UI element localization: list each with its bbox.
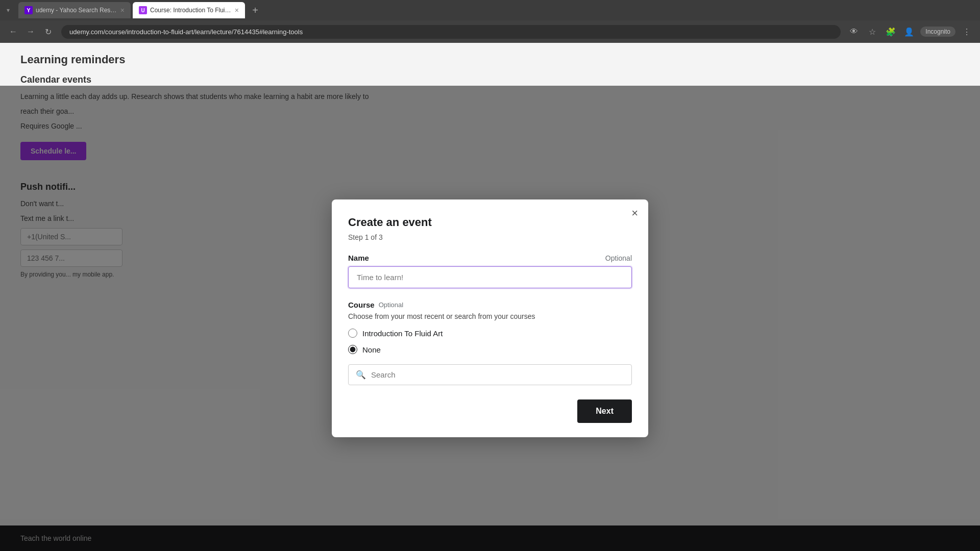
profile-icon[interactable]: 👤 xyxy=(902,24,916,39)
extensions-icon[interactable]: 🧩 xyxy=(884,24,898,39)
yahoo-favicon: Y xyxy=(24,6,33,14)
tab-udemy[interactable]: U Course: Introduction To Fluid A... × xyxy=(133,2,245,18)
url-bar[interactable]: udemy.com/course/introduction-to-fluid-a… xyxy=(61,25,841,39)
tab-expand-btn[interactable]: ▾ xyxy=(4,6,12,14)
next-button[interactable]: Next xyxy=(577,399,632,423)
course-search-box[interactable]: 🔍 xyxy=(348,364,632,385)
name-label: Name xyxy=(348,254,369,262)
url-text: udemy.com/course/introduction-to-fluid-a… xyxy=(69,28,303,36)
udemy-favicon: U xyxy=(139,6,147,14)
browser-actions: 👁 ☆ 🧩 👤 Incognito ⋮ xyxy=(847,24,974,39)
learning-reminders-title: Learning reminders xyxy=(20,53,960,66)
modal-step-indicator: Step 1 of 3 xyxy=(348,233,632,241)
address-bar: ← → ↻ udemy.com/course/introduction-to-f… xyxy=(0,20,980,43)
modal-overlay: × Create an event Step 1 of 3 Name Optio… xyxy=(0,86,980,551)
tab-yahoo[interactable]: Y udemy - Yahoo Search Results × xyxy=(18,2,131,18)
incognito-badge: Incognito xyxy=(920,27,955,37)
course-label: Course xyxy=(348,300,375,309)
radio-item-intro-fluid[interactable]: Introduction To Fluid Art xyxy=(348,329,632,338)
modal-close-button[interactable]: × xyxy=(631,208,638,219)
calendar-events-title: Calendar events xyxy=(20,74,960,85)
event-name-input[interactable] xyxy=(348,266,632,288)
search-icon: 🔍 xyxy=(356,370,366,380)
name-field-header: Name Optional xyxy=(348,254,632,262)
udemy-tab-title: Course: Introduction To Fluid A... xyxy=(150,7,232,14)
udemy-tab-close[interactable]: × xyxy=(235,6,239,14)
visibility-off-icon[interactable]: 👁 xyxy=(847,24,861,39)
nav-buttons: ← → ↻ xyxy=(6,24,55,39)
page-background: Learning reminders Calendar events Learn… xyxy=(0,43,980,551)
tab-controls: ▾ xyxy=(4,6,12,14)
back-button[interactable]: ← xyxy=(6,24,20,39)
radio-intro-fluid-art[interactable] xyxy=(348,329,357,338)
yahoo-tab-title: udemy - Yahoo Search Results xyxy=(36,7,117,14)
forward-button[interactable]: → xyxy=(23,24,38,39)
radio-item-none[interactable]: None xyxy=(348,345,632,354)
course-label-row: Course Optional xyxy=(348,300,632,309)
refresh-button[interactable]: ↻ xyxy=(41,24,55,39)
radio-none[interactable] xyxy=(348,345,357,354)
menu-button[interactable]: ⋮ xyxy=(960,24,974,39)
browser-chrome: ▾ Y udemy - Yahoo Search Results × U Cou… xyxy=(0,0,980,43)
modal-title: Create an event xyxy=(348,216,632,229)
course-search-input[interactable] xyxy=(371,370,624,379)
radio-none-label: None xyxy=(362,345,381,354)
modal-footer: Next xyxy=(348,399,632,423)
create-event-modal: × Create an event Step 1 of 3 Name Optio… xyxy=(332,199,648,437)
tab-bar: ▾ Y udemy - Yahoo Search Results × U Cou… xyxy=(0,0,980,20)
radio-intro-fluid-label: Introduction To Fluid Art xyxy=(362,329,443,338)
course-hint: Choose from your most recent or search f… xyxy=(348,312,632,320)
course-radio-group: Introduction To Fluid Art None xyxy=(348,329,632,354)
name-optional-label: Optional xyxy=(605,254,632,262)
yahoo-tab-close[interactable]: × xyxy=(120,6,125,14)
course-optional-label: Optional xyxy=(379,301,403,309)
bookmark-icon[interactable]: ☆ xyxy=(865,24,879,39)
new-tab-button[interactable]: + xyxy=(247,2,263,18)
